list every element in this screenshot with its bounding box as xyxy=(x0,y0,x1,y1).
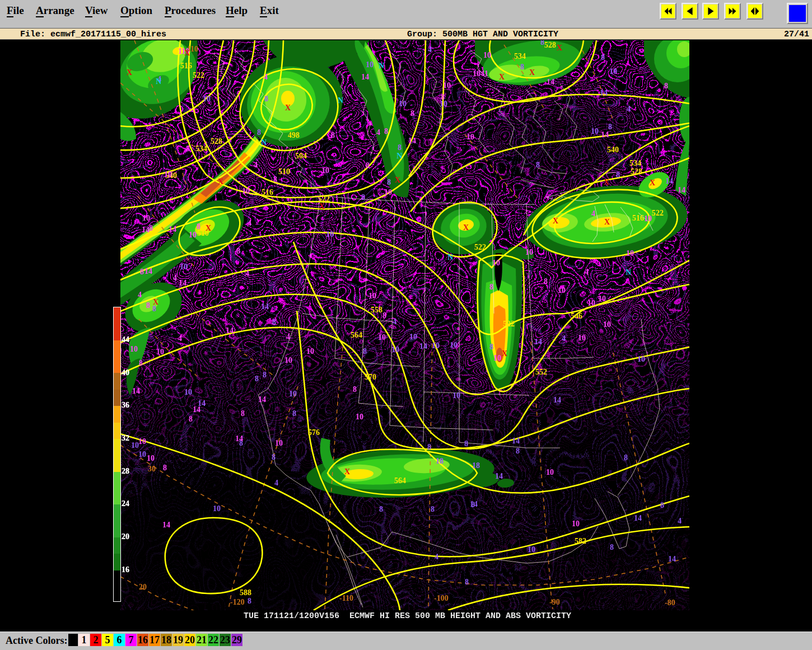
svg-text:14: 14 xyxy=(193,405,200,414)
svg-text:8: 8 xyxy=(149,224,153,232)
svg-text:14: 14 xyxy=(668,555,676,563)
svg-text:8: 8 xyxy=(384,127,388,135)
svg-text:10: 10 xyxy=(142,214,150,222)
svg-text:10: 10 xyxy=(164,170,172,179)
svg-text:4: 4 xyxy=(376,128,380,137)
svg-text:14: 14 xyxy=(512,437,520,445)
svg-text:10: 10 xyxy=(138,450,146,459)
svg-text:10: 10 xyxy=(378,333,386,342)
svg-text:8: 8 xyxy=(608,123,612,131)
svg-text:10: 10 xyxy=(284,356,292,364)
svg-text:8: 8 xyxy=(516,447,520,455)
svg-text:8: 8 xyxy=(464,439,468,448)
svg-text:8: 8 xyxy=(387,178,391,186)
svg-text:14: 14 xyxy=(419,342,427,350)
svg-text:588: 588 xyxy=(240,588,251,597)
svg-text:552: 552 xyxy=(535,368,547,376)
svg-text:10: 10 xyxy=(558,286,566,294)
svg-text:X: X xyxy=(650,179,655,187)
svg-text:10: 10 xyxy=(368,292,376,300)
svg-text:8: 8 xyxy=(263,371,267,379)
svg-text:X: X xyxy=(395,176,400,184)
svg-text:X: X xyxy=(218,177,223,186)
svg-text:14: 14 xyxy=(179,279,186,287)
svg-text:X: X xyxy=(502,349,507,358)
svg-text:8: 8 xyxy=(664,82,668,90)
svg-text:10: 10 xyxy=(242,187,250,195)
svg-text:10: 10 xyxy=(184,388,192,396)
svg-text:4: 4 xyxy=(591,209,595,218)
svg-text:4: 4 xyxy=(678,517,682,525)
svg-text:8: 8 xyxy=(146,301,150,310)
svg-text:10: 10 xyxy=(275,439,283,447)
svg-text:8: 8 xyxy=(610,543,614,551)
svg-text:522: 522 xyxy=(193,71,204,80)
svg-text:X: X xyxy=(153,298,158,306)
svg-text:14: 14 xyxy=(142,226,150,234)
svg-text:1041: 1041 xyxy=(473,69,488,78)
svg-text:14: 14 xyxy=(162,521,170,529)
svg-text:14: 14 xyxy=(678,186,685,194)
svg-text:14: 14 xyxy=(634,514,642,522)
svg-text:8: 8 xyxy=(660,501,664,509)
svg-text:10: 10 xyxy=(493,354,501,362)
svg-text:516: 516 xyxy=(262,188,273,197)
svg-text:558: 558 xyxy=(371,306,382,314)
svg-text:4: 4 xyxy=(138,291,142,299)
svg-text:8: 8 xyxy=(255,375,259,383)
svg-text:10: 10 xyxy=(156,348,164,356)
svg-text:14: 14 xyxy=(235,434,243,443)
svg-text:10: 10 xyxy=(130,345,138,353)
svg-text:10: 10 xyxy=(213,504,221,513)
svg-text:10: 10 xyxy=(572,520,580,528)
svg-text:10: 10 xyxy=(409,333,417,341)
svg-text:8: 8 xyxy=(139,359,143,367)
svg-text:564: 564 xyxy=(351,331,362,339)
svg-text:522: 522 xyxy=(652,209,664,217)
svg-text:14: 14 xyxy=(226,326,234,335)
svg-text:528: 528 xyxy=(631,167,642,176)
svg-text:-80: -80 xyxy=(665,598,675,607)
svg-text:10: 10 xyxy=(399,100,407,108)
svg-text:X: X xyxy=(206,224,211,232)
svg-text:X: X xyxy=(499,73,505,81)
svg-text:30: 30 xyxy=(148,465,156,473)
svg-text:8: 8 xyxy=(272,453,276,461)
svg-text:X: X xyxy=(557,44,562,52)
svg-text:8: 8 xyxy=(264,95,268,103)
svg-text:8: 8 xyxy=(410,109,414,118)
svg-text:14: 14 xyxy=(600,88,608,97)
svg-text:8: 8 xyxy=(601,53,605,62)
svg-text:10: 10 xyxy=(180,263,188,271)
svg-text:10: 10 xyxy=(450,341,458,349)
svg-text:516: 516 xyxy=(180,62,192,70)
svg-text:10: 10 xyxy=(321,166,329,175)
svg-text:4: 4 xyxy=(173,274,177,282)
svg-text:10: 10 xyxy=(603,320,611,329)
svg-text:8: 8 xyxy=(536,161,540,169)
svg-text:498: 498 xyxy=(288,131,300,139)
svg-text:4: 4 xyxy=(245,269,249,278)
svg-text:X: X xyxy=(184,49,190,57)
svg-text:10: 10 xyxy=(356,413,363,421)
svg-text:8: 8 xyxy=(241,409,245,418)
svg-text:10: 10 xyxy=(591,127,599,135)
svg-text:14: 14 xyxy=(534,338,542,346)
svg-text:-110: -110 xyxy=(339,594,353,602)
svg-text:564: 564 xyxy=(394,476,406,485)
svg-text:14: 14 xyxy=(261,302,269,311)
svg-text:10: 10 xyxy=(326,230,334,239)
svg-text:528: 528 xyxy=(544,41,556,49)
svg-text:8: 8 xyxy=(363,347,367,356)
svg-text:534: 534 xyxy=(629,159,641,167)
svg-text:10: 10 xyxy=(546,468,554,476)
svg-text:X: X xyxy=(529,68,535,77)
svg-text:4: 4 xyxy=(435,553,438,561)
svg-text:8: 8 xyxy=(273,175,277,184)
svg-text:14: 14 xyxy=(144,267,152,275)
svg-text:582: 582 xyxy=(575,537,586,545)
svg-text:14: 14 xyxy=(361,73,369,81)
svg-text:516: 516 xyxy=(632,214,644,222)
svg-text:4: 4 xyxy=(264,73,268,81)
svg-text:X: X xyxy=(463,223,469,232)
